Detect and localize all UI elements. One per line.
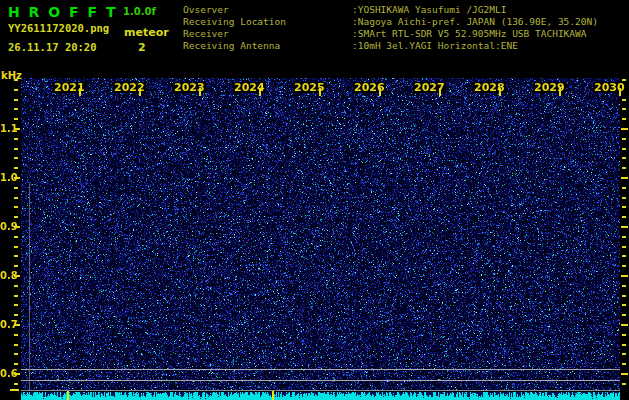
freq-minor-tick-right [622,216,626,218]
info-label: Receiving Location [183,16,352,28]
freq-minor-tick-left [14,236,18,238]
freq-major-tick-left [14,373,20,375]
freq-axis-label: 0.8 [0,270,14,281]
meteor-marker [272,391,274,400]
meteor-count: 2 [138,41,146,54]
freq-minor-tick-right [622,187,626,189]
freq-minor-tick-left [14,99,18,101]
freq-major-tick-right [621,128,628,130]
freq-minor-tick-right [622,118,626,120]
freq-minor-tick-left [14,246,18,248]
minute-tick [79,88,81,96]
freq-axis-label: 1.1 [0,123,14,134]
freq-minor-tick-left [14,344,18,346]
freq-minor-tick-left [14,265,18,267]
freq-minor-tick-left [14,167,18,169]
freq-minor-tick-right [622,363,626,365]
ref-line-3 [21,390,620,391]
info-label: Receiver [183,28,352,40]
freq-minor-tick-right [622,304,626,306]
freq-minor-tick-left [14,353,18,355]
freq-minor-tick-left [14,197,18,199]
freq-major-tick-right [621,373,628,375]
freq-major-tick-right [621,324,628,326]
left-edge-line [29,183,30,390]
freq-minor-tick-left [14,148,18,150]
freq-minor-tick-left [14,108,18,110]
info-row: Receiving Antenna:10mH 3el.YAGI Horizont… [183,40,518,52]
freq-axis-label: 0.6 [0,368,14,379]
freq-minor-tick-left [14,118,18,120]
freq-minor-tick-right [622,255,626,257]
freq-minor-tick-left [14,138,18,140]
freq-major-tick-right [621,226,628,228]
freq-minor-tick-right [622,314,626,316]
freq-minor-tick-left [14,363,18,365]
minute-tick [499,88,501,96]
freq-minor-tick-right [622,344,626,346]
minute-tick [379,88,381,96]
spectrogram-canvas [21,78,620,400]
info-label: Ovserver [183,4,352,16]
freq-minor-tick-right [622,99,626,101]
freq-axis-label: 0.9 [0,221,14,232]
freq-minor-tick-left [14,187,18,189]
info-row: Ovserver:YOSHIKAWA Yasufumi /JG2MLI [183,4,506,16]
minute-tick [139,88,141,96]
freq-minor-tick-right [622,334,626,336]
freq-minor-tick-right [622,167,626,169]
ref-line-1 [21,369,620,370]
freq-axis-end-tick [10,389,19,391]
app-version: 1.0.0f [123,6,156,17]
freq-minor-tick-right [622,236,626,238]
minute-tick [439,88,441,96]
freq-minor-tick-right [622,157,626,159]
freq-axis-unit: kHz [1,70,22,81]
mode-label: meteor [124,26,169,39]
freq-minor-tick-left [14,295,18,297]
minute-tick [319,88,321,96]
freq-minor-tick-right [622,265,626,267]
info-row: Receiving Location:Nagoya Aichi-pref. JA… [183,16,598,28]
app-title: H R O F F T [8,4,117,20]
freq-minor-tick-right [622,148,626,150]
freq-major-tick-left [14,128,20,130]
freq-major-tick-left [14,275,20,277]
minute-tick [619,88,621,96]
freq-minor-tick-right [622,353,626,355]
info-label: Receiving Antenna [183,40,352,52]
freq-major-tick-right [621,177,628,179]
meteor-marker [67,391,69,400]
info-value: :Nagoya Aichi-pref. JAPAN (136.90E, 35.2… [352,16,598,27]
freq-minor-tick-left [14,383,18,385]
freq-minor-tick-right [622,285,626,287]
freq-minor-tick-left [14,79,18,81]
info-row: Receiver:SMArt RTL-SDR V5 52.905MHz USB … [183,28,587,40]
freq-minor-tick-left [14,216,18,218]
freq-minor-tick-left [14,255,18,257]
freq-axis-label: 1.0 [0,172,14,183]
freq-minor-tick-right [622,138,626,140]
freq-minor-tick-left [14,285,18,287]
freq-minor-tick-left [14,334,18,336]
output-filename: YY2611172020.png [8,22,109,34]
hrofft-window: H R O F F T 1.0.0f YY2611172020.png mete… [0,0,629,400]
freq-major-tick-left [14,226,20,228]
datetime-label: 26.11.17 20:20 [8,41,97,53]
freq-minor-tick-right [622,295,626,297]
freq-minor-tick-left [14,206,18,208]
minute-tick [559,88,561,96]
freq-axis-label: 0.7 [0,319,14,330]
freq-minor-tick-left [14,157,18,159]
ref-line-2 [21,380,620,381]
minute-tick [199,88,201,96]
freq-minor-tick-left [14,314,18,316]
freq-minor-tick-left [14,304,18,306]
freq-major-tick-left [14,177,20,179]
freq-minor-tick-right [622,197,626,199]
freq-minor-tick-right [622,108,626,110]
minute-tick [259,88,261,96]
info-value: :YOSHIKAWA Yasufumi /JG2MLI [352,4,506,15]
freq-major-tick-left [14,324,20,326]
info-value: :SMArt RTL-SDR V5 52.905MHz USB TACHIKAW… [352,28,587,39]
